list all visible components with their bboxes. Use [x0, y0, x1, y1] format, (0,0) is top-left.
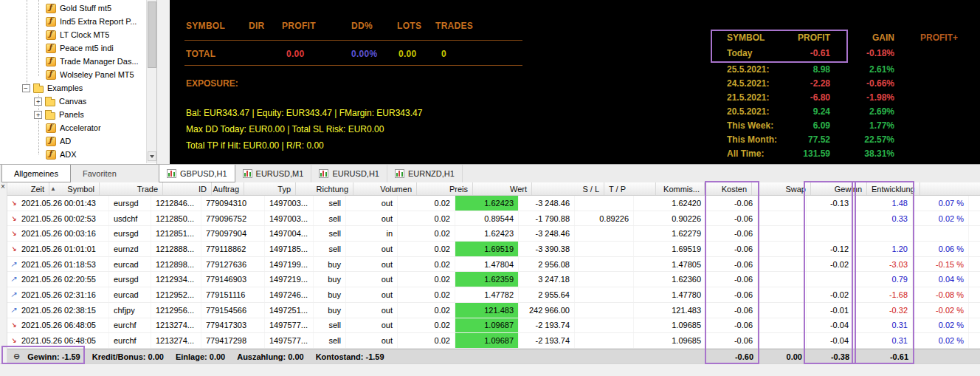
table-row[interactable]: 2021.05.26 02:38:15 chfjpy 1212956... 77… [7, 303, 980, 318]
navigator-scrollbar[interactable] [146, 0, 156, 163]
cell-time: 2021.05.26 00:03:16 [7, 226, 109, 241]
stats-row: 20.5.2021: 9.24 2.69% [712, 104, 967, 118]
cell-time: 2021.05.26 02:20:55 [7, 272, 109, 287]
cell-wert: -1 790.88 [519, 211, 575, 226]
chart-tab-label: EURUSD,H1 [332, 169, 379, 178]
cell-typ: sell [314, 318, 346, 333]
cell-kommission: -0.06 [706, 226, 758, 241]
table-row[interactable]: 2021.05.26 06:48:05 eurchf 1213274... 77… [7, 333, 980, 349]
column-header[interactable]: Entwicklung [867, 182, 920, 195]
navigator-item[interactable]: Canvas [0, 95, 146, 108]
cell-preis: 1.69519 [455, 242, 519, 256]
close-icon[interactable]: × [1, 183, 5, 191]
bottom-strip [0, 363, 980, 376]
deal-direction-icon [10, 290, 19, 299]
panel-divider [184, 65, 522, 66]
cell-richtung: out [346, 272, 398, 287]
column-header[interactable]: Typ [244, 182, 296, 195]
navigator-item[interactable]: Ind5 Extra Report P... [0, 15, 146, 28]
column-header[interactable]: Gewinn [811, 182, 867, 195]
stats-row-gain: 22.57% [830, 134, 894, 145]
table-row[interactable]: 2021.05.26 00:01:43 eursgd 1212846... 77… [7, 196, 980, 211]
column-header[interactable]: Trade [100, 182, 163, 195]
cell-tp: 1.47805 [634, 257, 706, 272]
stats-row: 25.5.2021: 8.98 2.61% [712, 62, 967, 76]
column-header[interactable]: Wert [473, 182, 532, 195]
column-header[interactable]: Volumen [353, 182, 417, 195]
footer-total-swap: -0.38 [807, 349, 854, 363]
chart-tab[interactable]: EURUSD,M1 [235, 165, 312, 182]
cell-kommission: -0.06 [706, 257, 758, 272]
collapse-icon[interactable]: ⊖ [13, 352, 20, 361]
navigator-item[interactable]: Trade Manager Das... [0, 55, 146, 68]
column-header[interactable]: Swap [752, 182, 811, 195]
cell-kosten [758, 226, 807, 241]
history-table: ZeitSymbolTradeIDAuftragTypRichtungVolum… [7, 182, 980, 363]
stats-row-gain: 2.69% [830, 106, 894, 117]
candlestick-chart-icon [319, 169, 328, 178]
chart-tab[interactable]: EURUSD,H1 [311, 165, 387, 182]
navigator-item-icon [46, 30, 56, 40]
cell-symbol: eurchf [109, 333, 151, 348]
sort-asc-icon[interactable]: ▲ [50, 185, 56, 192]
panel-header-lots: LOTS [397, 21, 421, 31]
navigator-item[interactable]: Wolseley Panel MT5 [0, 68, 146, 81]
table-row[interactable]: 2021.05.26 02:31:16 eurcad 1212952... 77… [7, 287, 980, 303]
column-header[interactable]: Richtung [296, 182, 353, 195]
navigator-item-label: Trade Manager Das... [60, 57, 139, 66]
navigator-item[interactable]: Accelerator [0, 121, 146, 134]
chart-area[interactable]: SYMBOL DIR PROFIT DD% LOTS TRADES TOTAL … [170, 0, 980, 164]
cell-kosten [758, 196, 807, 211]
navigator-tab[interactable]: Favoriten [71, 165, 128, 182]
column-header[interactable]: Auftrag [212, 182, 244, 195]
navigator-item[interactable]: ADX [0, 148, 146, 161]
scroll-down-icon[interactable] [148, 151, 156, 161]
stats-row-gain: -0.66% [830, 78, 894, 89]
tree-expander-icon[interactable] [22, 84, 30, 92]
table-row[interactable]: 2021.05.26 06:48:05 eurchf 1213274... 77… [7, 318, 980, 334]
navigator-item[interactable]: Gold Stuff mt5 [0, 1, 146, 15]
column-header[interactable]: Zeit [7, 182, 49, 195]
table-row[interactable]: 2021.05.26 01:01:01 eurnzd 1212888... 77… [7, 242, 980, 257]
column-header[interactable]: ID [163, 182, 212, 195]
column-header[interactable]: Kosten [705, 182, 752, 195]
chart-tab[interactable]: EURNZD,H1 [387, 165, 463, 182]
deal-direction-icon [10, 321, 19, 329]
cell-tp: 1.09685 [634, 333, 706, 348]
chart-tab[interactable]: GBPUSD,H1 [159, 165, 235, 182]
cell-swap: -0.04 [807, 318, 854, 333]
table-row[interactable]: 2021.05.26 00:03:16 eursgd 1212851... 77… [7, 226, 980, 242]
navigator-item[interactable]: LT Clock MT5 [0, 28, 146, 41]
deal-time: 2021.05.26 00:03:16 [21, 229, 96, 238]
cell-typ: buy [314, 287, 346, 302]
navigator-tab[interactable]: Allgemeines [1, 165, 71, 182]
cell-auftrag: 1497185... [265, 242, 314, 256]
cell-entwicklung: -0.08 % [913, 287, 969, 302]
column-header[interactable]: T / P [604, 182, 656, 195]
column-header[interactable]: Preis [417, 182, 473, 195]
column-header[interactable]: S / L [532, 182, 604, 195]
cell-kosten [758, 272, 807, 287]
tree-expander-icon[interactable] [34, 111, 42, 119]
scrollbar-thumb[interactable] [148, 1, 156, 68]
column-header[interactable]: Kommis... [656, 182, 705, 195]
cell-volumen: 0.02 [398, 196, 455, 211]
navigator-item[interactable]: AD [0, 134, 146, 148]
cell-swap [807, 211, 854, 226]
stats-row: 24.5.2021: -2.28 -0.66% [712, 76, 967, 90]
navigator-item[interactable]: Peace mt5 indi [0, 41, 146, 55]
navigator-item[interactable]: Examples [0, 81, 146, 95]
tree-expander-icon[interactable] [34, 98, 42, 106]
cell-swap: -0.02 [807, 287, 854, 302]
table-row[interactable]: 2021.05.26 02:20:55 eursgd 1212934... 77… [7, 272, 980, 287]
stats-row-profit: -6.80 [786, 92, 830, 103]
cell-kosten [758, 242, 807, 256]
navigator-item[interactable]: Panels [0, 108, 146, 121]
table-row[interactable]: 2021.05.26 01:18:53 eurcad 1212898... 77… [7, 257, 980, 273]
cell-wert: 2 955.64 [519, 287, 575, 302]
deal-time: 2021.05.26 06:48:05 [21, 321, 96, 329]
cell-gewinn [854, 226, 913, 241]
table-row[interactable]: 2021.05.26 00:02:53 usdchf 1212850... 77… [7, 211, 980, 227]
navigator-item-icon [46, 150, 56, 160]
column-header[interactable]: Symbol [49, 182, 100, 195]
